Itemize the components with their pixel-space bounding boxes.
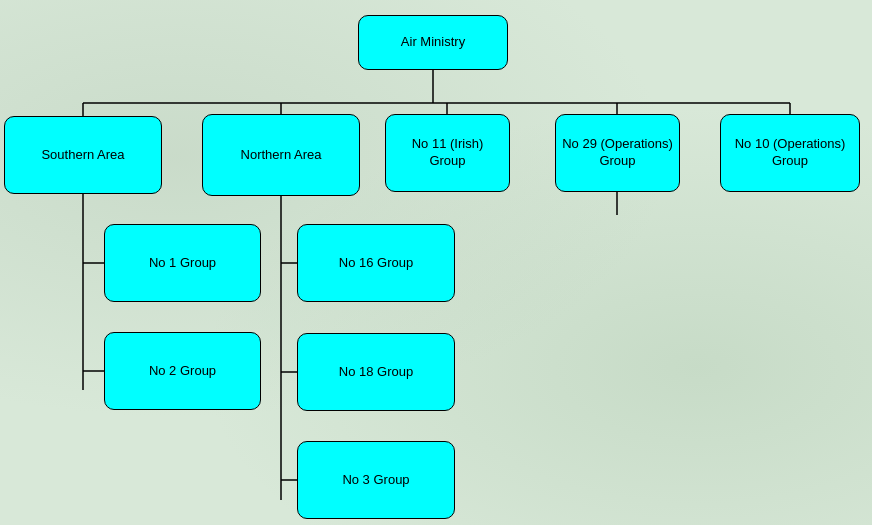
no29-group-node: No 29 (Operations) Group [555,114,680,192]
org-chart: Air Ministry Southern Area Northern Area… [0,0,872,525]
no3-group-node: No 3 Group [297,441,455,519]
no16-group-node: No 16 Group [297,224,455,302]
no18-group-node: No 18 Group [297,333,455,411]
no1-group-node: No 1 Group [104,224,261,302]
northern-area-node: Northern Area [202,114,360,196]
no11-group-node: No 11 (Irish) Group [385,114,510,192]
no2-group-node: No 2 Group [104,332,261,410]
southern-area-node: Southern Area [4,116,162,194]
no10-group-node: No 10 (Operations) Group [720,114,860,192]
air-ministry-node: Air Ministry [358,15,508,70]
